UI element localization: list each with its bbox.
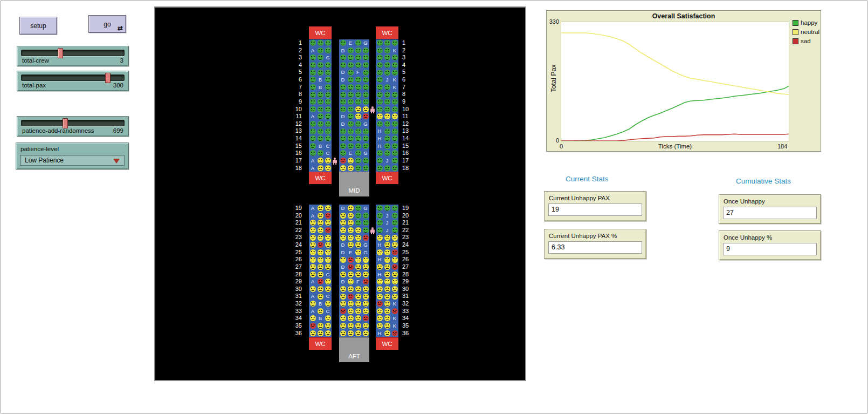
passenger-happy-face xyxy=(363,62,369,68)
seat xyxy=(391,263,398,271)
seat xyxy=(383,165,391,172)
passenger-neutral-face xyxy=(355,315,361,321)
empty-seat-letter: H xyxy=(376,271,383,279)
passenger-happy-face xyxy=(310,106,316,112)
seat xyxy=(347,69,354,76)
seat xyxy=(309,69,316,76)
empty-seat-letter: B xyxy=(316,300,324,308)
chooser-patience-level[interactable]: patience-level Low Patience xyxy=(16,142,129,169)
row-number: 23 xyxy=(402,234,416,241)
chooser-field[interactable]: Low Patience xyxy=(20,155,125,166)
passenger-happy-face xyxy=(377,92,383,98)
slider-handle[interactable] xyxy=(58,48,63,58)
setup-button[interactable]: setup xyxy=(19,17,57,35)
passenger-neutral-face xyxy=(340,286,346,292)
go-button-label: go xyxy=(104,21,111,28)
seat xyxy=(362,127,369,135)
seat: E xyxy=(347,150,354,157)
passenger-neutral-face xyxy=(363,294,369,300)
seat xyxy=(383,234,391,241)
seat: D xyxy=(339,76,347,84)
seat xyxy=(339,84,347,91)
empty-seat-letter: G xyxy=(362,39,369,47)
passenger-happy-face xyxy=(384,121,390,127)
passenger-neutral-face xyxy=(318,323,323,329)
monitor-label: Once Unhappy xyxy=(724,198,817,205)
slider-track[interactable] xyxy=(21,50,125,56)
seat xyxy=(347,330,354,337)
row-number: 11 xyxy=(288,113,302,120)
passenger-happy-face xyxy=(392,106,398,112)
seat xyxy=(339,142,347,150)
seat xyxy=(391,157,398,165)
passenger-happy-face xyxy=(377,158,383,164)
passenger-neutral-face xyxy=(392,286,398,292)
seat xyxy=(339,286,347,293)
passenger-happy-face xyxy=(340,62,346,68)
seat: A xyxy=(309,157,316,165)
empty-seat-letter: F xyxy=(354,69,362,76)
seat xyxy=(383,135,391,142)
passenger-happy-face xyxy=(310,70,316,76)
seat xyxy=(324,256,332,263)
seat xyxy=(354,256,362,263)
passenger-happy-face xyxy=(310,62,316,68)
seat xyxy=(362,135,369,142)
satisfaction-plot: Overall Satisfaction 330 0 Total Pax 0 T… xyxy=(546,10,821,152)
row-number: 12 xyxy=(288,120,302,128)
seat xyxy=(391,256,398,263)
seat xyxy=(362,54,369,62)
seat xyxy=(362,308,369,315)
passenger-happy-face xyxy=(348,62,354,68)
row-number: 9 xyxy=(288,98,302,106)
slider-patience-add-randomness[interactable]: patience-add-randomness 699 xyxy=(17,116,129,137)
passenger-neutral-face xyxy=(340,213,346,219)
row-number: 18 xyxy=(288,165,302,172)
slider-handle[interactable] xyxy=(105,73,111,83)
row-number: 29 xyxy=(402,278,416,286)
seat xyxy=(383,106,391,113)
passenger-neutral-face xyxy=(355,235,361,241)
seat xyxy=(347,271,354,279)
empty-seat-letter: E xyxy=(347,249,354,256)
slider-total-pax[interactable]: total-pax 300 xyxy=(17,71,129,91)
seat xyxy=(316,330,324,337)
seat xyxy=(339,157,347,165)
seat xyxy=(324,205,332,212)
seat xyxy=(362,113,369,120)
seat xyxy=(324,120,332,128)
empty-seat-letter: K xyxy=(391,47,398,55)
passenger-happy-face xyxy=(348,92,354,98)
passenger-neutral-face xyxy=(377,308,383,314)
passenger-happy-face xyxy=(377,84,383,90)
seat xyxy=(347,127,354,135)
passenger-neutral-face xyxy=(310,315,316,321)
passenger-sad-face xyxy=(348,294,354,300)
slider-total-crew[interactable]: total-crew 3 xyxy=(17,46,129,66)
empty-seat-letter: E xyxy=(347,39,354,47)
passenger-neutral-face xyxy=(348,315,354,321)
passenger-happy-face xyxy=(377,62,383,68)
row-number: 6 xyxy=(288,76,302,84)
empty-seat-letter: G xyxy=(362,150,369,157)
chooser-label: patience-level xyxy=(20,146,59,152)
seat xyxy=(383,84,391,91)
row-number: 19 xyxy=(288,205,302,212)
passenger-neutral-face xyxy=(340,165,346,171)
go-button[interactable]: go ⇄ xyxy=(88,15,126,33)
slider-track[interactable] xyxy=(21,74,125,81)
legend-item-happy: happy xyxy=(793,19,819,26)
passenger-happy-face xyxy=(392,92,398,98)
seat xyxy=(376,39,383,47)
passenger-happy-face xyxy=(363,143,369,149)
passenger-neutral-face xyxy=(348,213,354,219)
row-number: 20 xyxy=(402,212,416,220)
row-number: 30 xyxy=(288,286,302,293)
passenger-happy-face xyxy=(310,40,316,46)
seat xyxy=(324,165,332,172)
passenger-happy-face xyxy=(340,106,346,112)
seat xyxy=(362,212,369,220)
passenger-happy-face xyxy=(318,106,323,112)
row-number: 33 xyxy=(288,308,302,315)
slider-track[interactable] xyxy=(21,120,125,126)
